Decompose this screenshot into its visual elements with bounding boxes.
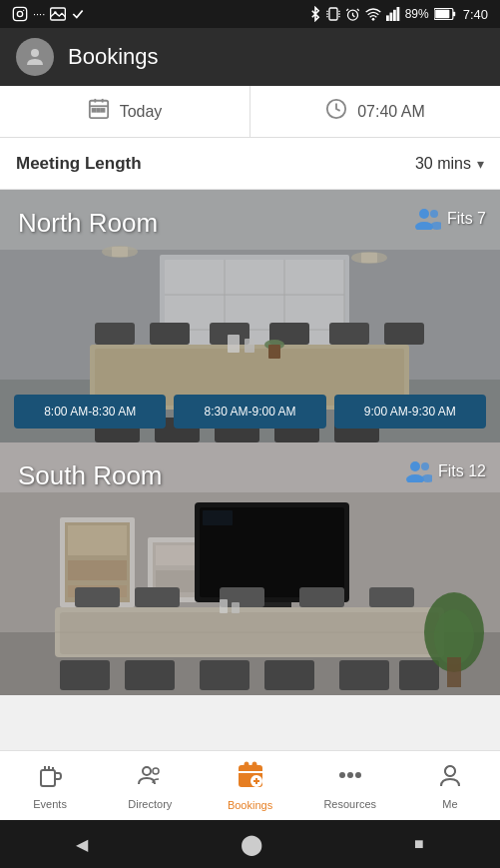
svg-rect-5 — [329, 8, 337, 20]
events-icon — [37, 762, 63, 794]
clock-icon — [325, 98, 347, 125]
north-room-capacity-label: Fits 7 — [447, 210, 486, 228]
svg-rect-0 — [13, 7, 26, 20]
svg-point-1 — [17, 11, 22, 16]
me-icon — [437, 762, 463, 794]
date-section[interactable]: Today — [0, 86, 250, 137]
svg-point-127 — [347, 772, 353, 778]
main-content: North Room Fits 7 8:00 AM-8:30 AM 8:30 A… — [0, 190, 500, 750]
svg-rect-30 — [101, 109, 104, 112]
date-label: Today — [120, 103, 163, 121]
svg-point-2 — [23, 10, 24, 11]
status-time: 7:40 — [463, 7, 488, 22]
svg-line-13 — [346, 8, 348, 10]
back-button[interactable]: ◀ — [76, 835, 88, 854]
svg-rect-17 — [389, 13, 392, 21]
svg-rect-120 — [245, 762, 249, 769]
app-header: Bookings — [0, 28, 500, 86]
resources-label: Resources — [323, 798, 376, 810]
avatar — [16, 38, 54, 76]
signal-dots: ···· — [33, 8, 45, 20]
bottom-nav: Events Directory Booki — [0, 750, 500, 820]
svg-point-111 — [421, 462, 429, 470]
svg-rect-18 — [393, 10, 396, 21]
nav-events[interactable]: Events — [0, 762, 100, 810]
recent-button[interactable]: ■ — [414, 835, 424, 853]
svg-rect-29 — [97, 109, 100, 112]
south-room-capacity-label: Fits 12 — [438, 462, 486, 480]
vibrate-icon — [326, 6, 340, 22]
svg-rect-21 — [435, 10, 449, 19]
north-room-time-slots: 8:00 AM-8:30 AM 8:30 AM-9:00 AM 9:00 AM-… — [14, 395, 486, 429]
battery-label: 89% — [405, 7, 429, 21]
signal-icon — [386, 7, 400, 21]
nav-resources[interactable]: Resources — [300, 762, 400, 810]
north-time-slot-2[interactable]: 8:30 AM-9:00 AM — [174, 395, 325, 429]
status-left-icons: ···· — [12, 6, 85, 22]
svg-rect-19 — [396, 7, 399, 21]
bluetooth-icon — [309, 6, 321, 22]
android-nav-bar: ◀ ⬤ ■ — [0, 820, 500, 868]
meeting-length-selector[interactable]: 30 mins ▾ — [415, 155, 484, 173]
svg-point-117 — [143, 767, 151, 775]
svg-point-67 — [419, 209, 429, 219]
meeting-length-bar[interactable]: Meeting Length 30 mins ▾ — [0, 138, 500, 190]
check-icon — [71, 7, 85, 21]
wifi-icon — [365, 7, 381, 21]
app-title: Bookings — [68, 44, 159, 70]
me-label: Me — [442, 798, 457, 810]
home-button[interactable]: ⬤ — [241, 832, 262, 856]
svg-rect-22 — [453, 12, 455, 17]
svg-point-128 — [355, 772, 361, 778]
svg-point-118 — [153, 768, 159, 774]
svg-point-69 — [430, 210, 438, 218]
meeting-length-value: 30 mins — [415, 155, 471, 173]
south-room-name: South Room — [18, 460, 163, 491]
resources-icon — [337, 762, 363, 794]
svg-line-14 — [357, 8, 359, 10]
calendar-icon — [88, 98, 110, 125]
svg-point-15 — [371, 18, 374, 21]
svg-point-109 — [410, 461, 420, 471]
svg-point-126 — [339, 772, 345, 778]
north-room-capacity: Fits 7 — [415, 208, 486, 230]
south-room-section: South Room Fits 12 — [0, 442, 500, 695]
svg-rect-113 — [41, 770, 55, 786]
north-time-slot-1[interactable]: 8:00 AM-8:30 AM — [14, 395, 166, 429]
nav-directory[interactable]: Directory — [100, 762, 200, 810]
time-section[interactable]: 07:40 AM — [250, 86, 500, 137]
status-bar: ···· — [0, 0, 500, 28]
north-room-name: North Room — [18, 208, 158, 239]
time-label: 07:40 AM — [357, 103, 425, 121]
date-time-bar: Today 07:40 AM — [0, 86, 500, 138]
nav-me[interactable]: Me — [400, 762, 500, 810]
directory-icon — [137, 762, 163, 794]
north-room-section: North Room Fits 7 8:00 AM-8:30 AM 8:30 A… — [0, 190, 500, 442]
nav-bookings[interactable]: Bookings — [200, 761, 299, 811]
image-icon — [50, 7, 66, 21]
south-room-people-icon — [406, 460, 432, 482]
directory-label: Directory — [128, 798, 172, 810]
events-label: Events — [33, 798, 67, 810]
svg-rect-121 — [252, 762, 256, 769]
svg-rect-28 — [92, 109, 95, 112]
meeting-length-label: Meeting Length — [16, 154, 415, 174]
alarm-icon — [345, 7, 360, 22]
dropdown-arrow-icon: ▾ — [477, 156, 484, 172]
bookings-label: Bookings — [228, 799, 272, 811]
north-room-people-icon — [415, 208, 441, 230]
svg-point-23 — [31, 49, 39, 57]
status-right-icons: 89% 7:40 — [309, 6, 488, 22]
bookings-icon — [237, 761, 264, 795]
north-time-slot-3[interactable]: 9:00 AM-9:30 AM — [334, 395, 486, 429]
battery-icon — [434, 8, 456, 20]
south-room-capacity: Fits 12 — [406, 460, 486, 482]
svg-rect-16 — [386, 15, 389, 21]
instagram-icon — [12, 6, 28, 22]
svg-point-130 — [445, 766, 455, 776]
